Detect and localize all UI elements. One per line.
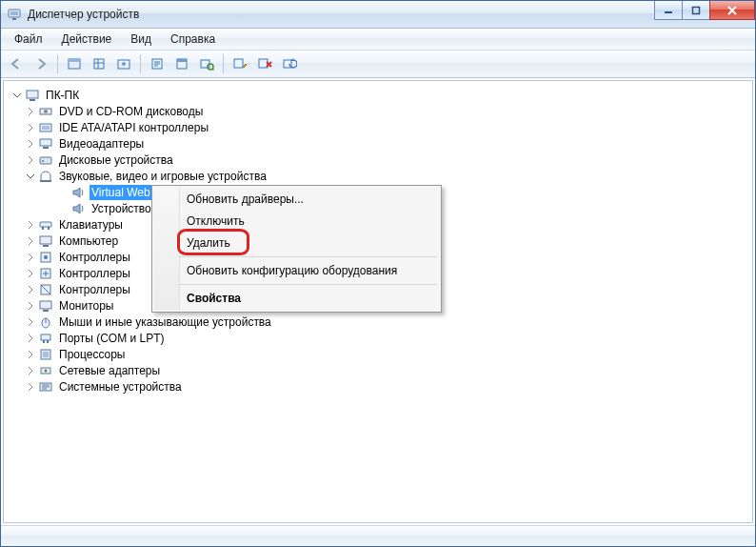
tree-category[interactable]: Дисковые устройства: [10, 152, 752, 168]
tree-category[interactable]: IDE ATA/ATAPI контроллеры: [10, 120, 752, 135]
tree-category-label: Мониторы: [57, 298, 115, 314]
close-button[interactable]: [709, 1, 755, 20]
toolbar-btn-2[interactable]: [88, 52, 110, 75]
tree-category[interactable]: Процессоры: [10, 347, 752, 362]
menu-action[interactable]: Действие: [52, 30, 122, 49]
toolbar-btn-1[interactable]: [63, 52, 86, 75]
toolbar-separator: [140, 54, 141, 73]
svg-rect-21: [259, 59, 268, 68]
expander-icon[interactable]: [25, 300, 36, 312]
expander-icon[interactable]: [25, 106, 36, 117]
svg-rect-35: [40, 180, 51, 182]
toolbar-btn-3[interactable]: [112, 52, 135, 75]
svg-point-13: [122, 62, 126, 66]
maximize-button[interactable]: [682, 1, 710, 20]
toolbar-separator: [57, 54, 58, 73]
content-area: ПК-ПК DVD и CD-ROM дисководыIDE ATA/ATAP…: [3, 80, 753, 523]
category-icon: [38, 282, 53, 297]
tree-category-label: Мыши и иные указывающие устройства: [57, 314, 273, 330]
tree-category-label: Контроллеры: [57, 250, 132, 265]
speaker-icon: [70, 185, 86, 200]
expander-icon[interactable]: [25, 154, 36, 166]
svg-rect-50: [43, 340, 45, 343]
expander-icon[interactable]: [25, 349, 36, 360]
window-buttons: [655, 1, 755, 20]
toolbar-btn-5[interactable]: [170, 52, 193, 75]
expander-icon[interactable]: [25, 219, 36, 231]
context-menu-rescan[interactable]: Обновить конфигурацию оборудования: [179, 260, 439, 281]
context-menu-properties[interactable]: Свойства: [179, 288, 439, 309]
context-menu-update-drivers[interactable]: Обновить драйверы...: [179, 189, 439, 210]
category-icon: [38, 363, 53, 378]
minimize-button[interactable]: [654, 1, 683, 20]
toolbar: [1, 51, 755, 78]
tree-category[interactable]: DVD и CD-ROM дисководы: [10, 104, 752, 119]
category-icon: [38, 136, 53, 152]
tree-category-label: Дисковые устройства: [57, 152, 175, 168]
menu-file[interactable]: Файл: [5, 30, 52, 49]
expander-icon[interactable]: [25, 268, 36, 279]
expander-icon[interactable]: [11, 90, 23, 101]
tree-category-label: Контроллеры: [57, 266, 132, 281]
expander-icon[interactable]: [25, 365, 36, 376]
expander-icon[interactable]: [25, 284, 36, 295]
context-menu-separator: [179, 284, 437, 285]
expander-icon[interactable]: [25, 138, 36, 150]
svg-rect-20: [234, 59, 243, 68]
svg-rect-26: [30, 99, 35, 101]
tree-category[interactable]: Мыши и иные указывающие устройства: [10, 314, 752, 330]
category-icon: [38, 266, 53, 281]
toolbar-btn-8[interactable]: [253, 52, 276, 75]
category-icon: [38, 250, 53, 265]
context-menu-delete[interactable]: Удалить: [179, 233, 439, 253]
category-icon: [38, 314, 53, 330]
toolbar-btn-4[interactable]: [146, 52, 169, 75]
context-menu-separator: [179, 256, 437, 257]
tree-device-label: Устройство: [90, 201, 153, 216]
category-icon: [38, 347, 53, 362]
category-icon: [38, 152, 53, 168]
svg-rect-49: [41, 334, 50, 340]
tree-category-label: Компьютер: [57, 233, 120, 249]
tree-category-label: Процессоры: [57, 347, 128, 362]
svg-rect-51: [47, 340, 49, 343]
tree-category[interactable]: Порты (COM и LPT): [10, 331, 752, 346]
nav-forward-button[interactable]: [30, 52, 52, 75]
category-icon: [38, 233, 53, 249]
svg-rect-36: [40, 222, 51, 227]
category-icon: [38, 217, 53, 233]
tree-category[interactable]: Видеоадаптеры: [10, 136, 752, 152]
toolbar-btn-7[interactable]: [229, 52, 251, 75]
nav-back-button[interactable]: [5, 52, 28, 75]
svg-rect-4: [693, 7, 700, 13]
svg-point-55: [45, 370, 48, 373]
menu-help[interactable]: Справка: [161, 30, 225, 49]
tree-category-label: Сетевые адаптеры: [57, 363, 162, 378]
category-icon: [38, 104, 53, 119]
app-icon: [7, 7, 22, 22]
context-menu-disable[interactable]: Отключить: [179, 211, 439, 232]
tree-category-label: Видеоадаптеры: [57, 136, 146, 152]
toolbar-btn-9[interactable]: [278, 52, 301, 75]
tree-root[interactable]: ПК-ПК: [10, 88, 752, 103]
tree-category[interactable]: Сетевые адаптеры: [10, 363, 752, 378]
titlebar: Диспетчер устройств: [1, 1, 755, 29]
expander-icon[interactable]: [25, 381, 36, 393]
category-icon: [38, 169, 53, 184]
expander-icon[interactable]: [25, 235, 36, 247]
svg-rect-46: [43, 310, 49, 312]
svg-rect-37: [42, 227, 44, 230]
svg-rect-40: [43, 245, 49, 247]
expander-icon[interactable]: [25, 316, 36, 328]
toolbar-btn-6[interactable]: [195, 52, 218, 75]
svg-rect-45: [40, 301, 51, 309]
svg-rect-39: [40, 236, 51, 244]
menu-view[interactable]: Вид: [121, 30, 161, 49]
expander-icon[interactable]: [25, 171, 36, 182]
expander-icon[interactable]: [25, 333, 36, 344]
expander-icon[interactable]: [25, 252, 36, 263]
tree-category[interactable]: Звуковые, видео и игровые устройства: [10, 169, 752, 184]
tree-category[interactable]: Системные устройства: [10, 379, 752, 395]
svg-rect-31: [40, 139, 51, 146]
expander-icon[interactable]: [25, 122, 36, 133]
